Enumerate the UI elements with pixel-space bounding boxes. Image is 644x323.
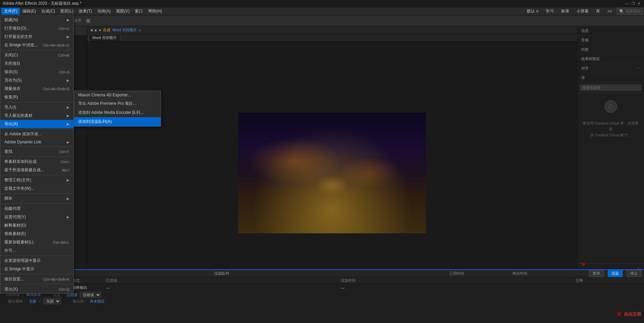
svg-rect-16: [357, 153, 367, 233]
svg-point-24: [255, 183, 255, 183]
panel-fx-presets[interactable]: 效果和预设: [577, 54, 644, 64]
menu-save-as[interactable]: 另存为(S)▶: [0, 76, 73, 85]
menu-export[interactable]: 导出(X)▶: [0, 120, 73, 128]
menu-consolidate[interactable]: 整理工程(文件)▶: [0, 176, 73, 184]
menu-composition[interactable]: 合成(C): [39, 8, 58, 15]
menu-show-explorer[interactable]: 在资源管理器中显示: [0, 257, 73, 265]
menu-new[interactable]: 新建(N)▶: [0, 16, 73, 24]
close-button[interactable]: ✕: [637, 1, 641, 6]
elapsed-header: 已用时间: [427, 271, 487, 276]
menu-watch-folder[interactable]: 监视文件夹(W)...: [0, 184, 73, 193]
comp-header-icon2: ■: [99, 28, 101, 32]
title-bar: Adobe After Effects 2020 - 无标题项目.aep * —…: [0, 0, 644, 7]
menu-close-project[interactable]: 关闭项目: [0, 59, 73, 68]
svg-rect-18: [379, 156, 391, 233]
menu-layer[interactable]: 图层(L): [58, 8, 76, 15]
panel-audio[interactable]: 音频: [577, 36, 644, 45]
minimize-button[interactable]: —: [625, 1, 629, 6]
menu-show-bridge[interactable]: 在 Bridge 中显示: [0, 265, 73, 273]
workspace-libraries[interactable]: 库: [593, 8, 603, 15]
svg-point-30: [295, 178, 296, 178]
pause-button[interactable]: 暂停: [589, 270, 604, 277]
stop-button[interactable]: 停止: [627, 270, 641, 277]
export-c4d[interactable]: Maxon Cinema 4D Exporter...: [74, 91, 161, 99]
svg-point-49: [265, 119, 399, 159]
svg-rect-4: [245, 159, 252, 233]
menu-project-settings[interactable]: 项目设置...Ctrl+Alt+Shift+K: [0, 275, 73, 283]
sep-9: [0, 256, 73, 256]
workspace-small[interactable]: 小屏幕: [574, 8, 591, 15]
menu-add-font[interactable]: 从 Adobe 添加字体...: [0, 130, 73, 138]
render-table-header: 合成名称 状态 已启动 渲染时间 注释: [0, 277, 644, 284]
menu-new-comp-from[interactable]: 基于所选项新建合成...Alt+\: [0, 166, 73, 174]
svg-point-36: [335, 171, 336, 172]
tab-word[interactable]: Word 另存图片: [89, 34, 120, 41]
output-module-value[interactable]: 无损: [29, 299, 36, 303]
title-text: Adobe After Effects 2020 - 无标题项目.aep *: [3, 1, 82, 6]
menu-interpret[interactable]: 解释素材(G): [0, 221, 73, 230]
workspace-standard[interactable]: 标准: [558, 8, 572, 15]
workspace-more[interactable]: >>: [605, 8, 615, 14]
menu-help[interactable]: 帮助(H): [146, 8, 165, 15]
menu-license[interactable]: 许可...: [0, 246, 73, 255]
menu-find[interactable]: 查找Ctrl+F: [0, 147, 73, 156]
export-premiere[interactable]: 导出 Adobe Premiere Pro 项目...: [74, 99, 161, 108]
output-select[interactable]: 无损: [43, 298, 61, 304]
menu-import[interactable]: 导入(I)▶: [0, 103, 73, 111]
comp-header-icon: ■: [95, 28, 97, 32]
menu-effects[interactable]: 效果(T): [76, 8, 95, 15]
comp-header-arrow: ◀: [90, 28, 93, 32]
menu-set-proxy[interactable]: 设置代理(Y)▶: [0, 213, 73, 221]
render-queue-label: 渲染队列: [214, 271, 229, 276]
menu-reload[interactable]: 重新加载素材(L)Ctrl+Alt+L: [0, 238, 73, 246]
export-ame[interactable]: 添加到 Adobe Media Encoder 队列...: [74, 108, 161, 117]
workspace-default[interactable]: 默认 ≡: [524, 8, 541, 15]
maximize-button[interactable]: ❐: [631, 1, 635, 6]
svg-point-23: [248, 179, 249, 180]
svg-point-2: [305, 159, 406, 200]
menu-incr-save[interactable]: 增量保存Ctrl+Alt+Shift+S: [0, 85, 73, 93]
render-button[interactable]: 渲染: [608, 270, 623, 277]
svg-point-44: [389, 173, 389, 173]
menu-add-to-comp[interactable]: 将素材添加到合成Ctrl+/: [0, 157, 73, 166]
header-started: 已启动: [105, 278, 339, 283]
menu-import-recent[interactable]: 导入最近的素材▶: [0, 111, 73, 120]
panel-align[interactable]: 对齐 —: [577, 64, 644, 73]
menu-edit[interactable]: 编辑(E): [20, 8, 39, 15]
render-queue-header: ▼ 当前渲染 渲染队列 已用时间 剩余时间 暂停 渲染 停止: [0, 270, 644, 277]
output-to-value[interactable]: 尚未指定: [90, 299, 105, 303]
panel-info[interactable]: 信息: [577, 26, 644, 36]
svg-rect-6: [257, 156, 267, 233]
menu-file[interactable]: 文件(F): [1, 8, 20, 15]
workspace-learn[interactable]: 学习: [543, 8, 556, 15]
menu-quit[interactable]: 退出(X)Ctrl+Q: [0, 285, 73, 293]
menu-scripts[interactable]: 脚本▶: [0, 194, 73, 203]
cc-text: 要使用 Creative Cloud 库，您需要登录 Creative Clou…: [581, 121, 640, 138]
tool-align[interactable]: ⊞: [84, 17, 92, 25]
menu-dynamic-link[interactable]: Adobe Dynamic Link▶: [0, 138, 73, 146]
log-select[interactable]: 仅错误: [80, 292, 101, 298]
menu-view[interactable]: 视图(V): [113, 8, 132, 15]
search-bar[interactable]: 🔍 搜索帮助: [617, 8, 643, 15]
menu-animation[interactable]: 动画(A): [95, 8, 113, 15]
menu-close[interactable]: 关闭(C)Ctrl+W: [0, 51, 73, 59]
menu-replace[interactable]: 替换素材(E): [0, 230, 73, 238]
output-plus[interactable]: +: [39, 299, 41, 303]
svg-point-29: [288, 174, 289, 175]
svg-rect-13: [320, 151, 332, 233]
menu-open[interactable]: 打开项目(O)...Ctrl+O: [0, 24, 73, 33]
panel-library[interactable]: 库: [577, 73, 644, 83]
panel-effects[interactable]: 特效: [577, 45, 644, 54]
sep-8: [0, 203, 73, 204]
svg-text:⬡: ⬡: [608, 104, 613, 109]
search-library-input[interactable]: [580, 85, 641, 91]
menu-bridge-browse[interactable]: 在 Bridge 中浏览...Ctrl+Alt+Shift+O: [0, 41, 73, 49]
menu-create-proxy[interactable]: 创建代理: [0, 204, 73, 213]
menu-window[interactable]: 窗口: [132, 8, 146, 15]
menu-save[interactable]: 保存(S)Ctrl+S: [0, 68, 73, 76]
export-submenu: Maxon Cinema 4D Exporter... 导出 Adobe Pre…: [74, 91, 161, 127]
menu-revert[interactable]: 恢复(R): [0, 93, 73, 101]
comp-viewer: [87, 42, 577, 304]
menu-open-recent[interactable]: 打开最近的文件▶: [0, 33, 73, 41]
export-render-queue[interactable]: 添加到渲染队列(A): [74, 117, 161, 126]
